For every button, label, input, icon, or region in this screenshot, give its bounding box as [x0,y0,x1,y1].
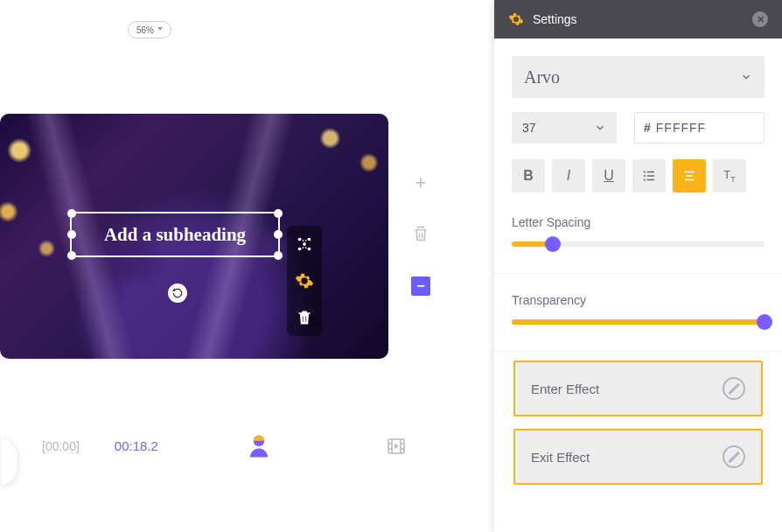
font-size-value: 37 [522,121,536,135]
font-name: Arvo [524,67,560,88]
settings-title: Settings [533,12,577,26]
trash-icon [296,309,313,326]
close-icon: ✕ [757,14,765,25]
ungroup-icon [295,234,314,254]
list-icon [641,168,657,184]
transparency-label: Transparency [512,293,765,307]
timeline: [00:00] 00:18.2 [0,359,206,532]
timecode-start: [00:00] [42,439,80,453]
resize-handle-br[interactable] [274,251,283,260]
color-input[interactable]: # FFFFFF [634,112,765,144]
ungroup-button[interactable] [295,234,314,254]
canvas-side-tools: + − [408,172,434,296]
close-button[interactable]: ✕ [752,11,768,27]
color-hex: FFFFFF [656,121,706,135]
resize-handle-ml[interactable] [67,230,76,239]
editor-stage: 56% Add a subheading + [0,0,494,532]
resize-handle-mr[interactable] [274,230,283,239]
delete-layer-button[interactable] [412,224,429,247]
exit-effect-label: Exit Effect [531,450,590,465]
settings-header: Settings ✕ [494,0,782,38]
gear-icon [508,11,524,27]
text-case-button[interactable]: TT [713,159,746,192]
text-case-icon: TT [723,168,735,184]
hash-symbol: # [644,121,651,135]
underline-button[interactable]: U [592,159,625,192]
selection-toolbar [287,226,322,336]
subheading-textbox[interactable]: Add a subheading [70,212,280,257]
enter-effect-label: Enter Effect [531,382,599,396]
subheading-text: Add a subheading [104,224,246,246]
underline-icon: U [604,168,614,184]
bold-button[interactable]: B [512,159,545,192]
add-button[interactable]: + [415,172,427,194]
person-icon [246,433,272,459]
slider-knob[interactable] [757,314,772,330]
transparency-slider[interactable] [512,319,765,325]
format-row: B I U TT [512,159,765,192]
rotate-icon [171,287,184,299]
svg-point-9 [644,175,646,177]
settings-body: Arvo 37 # FFFFFF B I U TT [494,38,782,325]
svg-point-10 [644,178,646,180]
resize-handle-tr[interactable] [274,209,283,218]
chevron-down-icon [740,71,752,83]
zoom-value: 56% [136,25,154,35]
slider-fill [512,319,765,325]
trash-outline-icon [412,224,429,243]
layer-button[interactable]: − [411,276,430,296]
video-track-button[interactable] [386,432,407,460]
slider-fill [512,242,549,247]
none-icon [723,377,745,400]
delete-button[interactable] [295,308,314,327]
rotate-handle[interactable] [168,284,187,303]
font-size-select[interactable]: 37 [512,112,617,144]
film-icon [386,436,407,457]
resize-handle-tl[interactable] [67,209,76,218]
resize-handle-bl[interactable] [67,251,76,260]
letter-spacing-label: Letter Spacing [512,215,765,229]
settings-panel: Settings ✕ Arvo 37 # FFFFFF B I U [494,0,782,532]
letter-spacing-slider[interactable] [512,242,765,247]
bold-icon: B [523,168,534,184]
gear-icon [295,271,314,290]
user-track-button[interactable] [246,432,272,460]
italic-button[interactable]: I [552,159,585,192]
none-icon [723,445,745,468]
align-center-button[interactable] [673,159,706,192]
exit-effect-button[interactable]: Exit Effect [513,429,763,485]
zoom-control[interactable]: 56% [128,21,171,38]
timecode-current[interactable]: 00:18.2 [115,438,158,453]
font-select[interactable]: Arvo [512,56,765,98]
settings-button[interactable] [295,271,314,290]
divider [494,273,782,274]
list-button[interactable] [632,159,666,192]
enter-effect-button[interactable]: Enter Effect [513,360,763,416]
italic-icon: I [567,168,570,184]
slider-knob[interactable] [545,236,561,252]
svg-point-8 [644,171,646,172]
effect-group: Enter Effect Exit Effect [494,352,782,485]
chevron-down-icon [594,122,606,134]
align-center-icon [681,168,697,184]
